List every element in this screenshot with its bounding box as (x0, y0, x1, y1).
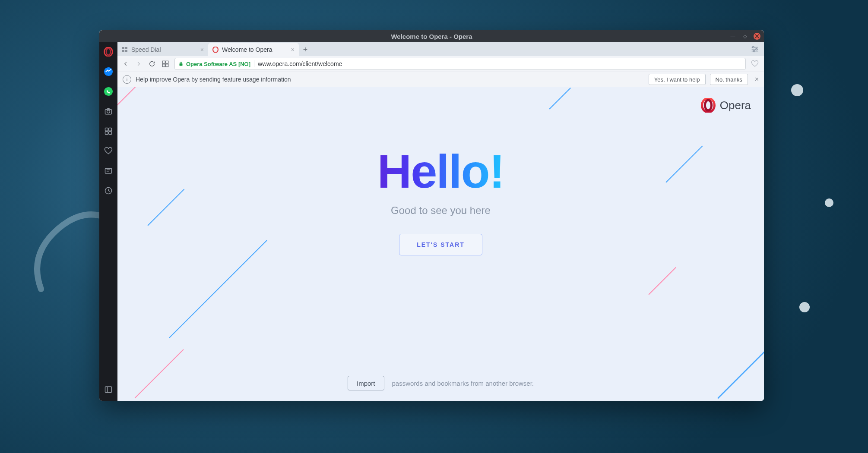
opera-logo-icon (701, 98, 716, 113)
window-titlebar[interactable]: Welcome to Opera - Opera — ◇ (99, 30, 764, 42)
extensions-icon[interactable] (103, 126, 114, 136)
welcome-subtitle: Good to see you here (391, 204, 491, 217)
svg-point-3 (104, 87, 113, 96)
bookmark-heart-icon[interactable] (751, 60, 759, 68)
import-description: passwords and bookmarks from another bro… (392, 380, 534, 387)
messenger-icon[interactable] (103, 66, 114, 77)
svg-rect-14 (125, 47, 127, 49)
svg-rect-16 (125, 50, 127, 52)
forward-button[interactable] (136, 61, 143, 67)
svg-rect-8 (105, 132, 108, 135)
accent-line (134, 349, 184, 399)
lock-icon (178, 61, 184, 67)
accent-line (117, 87, 176, 114)
security-badge[interactable]: Opera Software AS [NO] (178, 61, 250, 67)
svg-point-18 (753, 47, 754, 48)
browser-window: Welcome to Opera - Opera — ◇ (99, 30, 764, 401)
window-maximize-button[interactable]: ◇ (741, 33, 748, 40)
infobar-decline-button[interactable]: No, thanks (710, 74, 748, 85)
accent-line (648, 267, 676, 295)
svg-point-20 (753, 50, 755, 52)
reload-button[interactable] (149, 60, 156, 67)
svg-rect-13 (122, 47, 124, 49)
personal-news-icon[interactable] (103, 166, 114, 176)
divider (254, 60, 254, 67)
window-minimize-button[interactable]: — (729, 33, 736, 40)
snapshot-icon[interactable] (103, 106, 114, 116)
svg-rect-7 (109, 128, 112, 131)
window-controls: — ◇ (729, 30, 760, 42)
home-button[interactable] (162, 60, 169, 68)
address-bar: Opera Software AS [NO] www.opera.com/cli… (117, 56, 764, 72)
infobar-accept-button[interactable]: Yes, I want to help (649, 74, 706, 85)
svg-rect-23 (162, 64, 165, 67)
wallpaper-dot (825, 198, 833, 207)
svg-point-19 (756, 48, 757, 50)
svg-rect-15 (122, 50, 124, 52)
svg-rect-25 (180, 63, 183, 66)
browser-main: Speed Dial × Welcome to Opera × + (117, 42, 764, 401)
svg-rect-9 (109, 132, 112, 135)
tab-label: Welcome to Opera (222, 46, 272, 53)
back-button[interactable] (123, 61, 130, 67)
import-row: Import passwords and bookmarks from anot… (117, 376, 764, 390)
opera-brand: Opera (701, 98, 751, 113)
easy-setup-icon[interactable] (750, 44, 760, 54)
opera-brand-label: Opera (720, 99, 751, 112)
import-button[interactable]: Import (348, 376, 384, 390)
bookmarks-heart-icon[interactable] (103, 146, 114, 156)
whatsapp-icon[interactable] (103, 86, 114, 97)
tab-strip: Speed Dial × Welcome to Opera × + (117, 42, 764, 56)
new-tab-button[interactable]: + (299, 43, 312, 56)
tab-close-icon[interactable]: × (200, 46, 204, 53)
desktop-wallpaper: Welcome to Opera - Opera — ◇ (0, 0, 868, 453)
cert-label: Opera Software AS [NO] (186, 61, 250, 67)
tab-label: Speed Dial (131, 46, 161, 53)
svg-point-2 (104, 67, 113, 76)
infobar-close-icon[interactable]: × (755, 76, 759, 83)
wallpaper-dot (799, 302, 810, 312)
svg-rect-10 (105, 168, 112, 173)
tab-welcome[interactable]: Welcome to Opera × (208, 43, 299, 56)
svg-rect-6 (105, 128, 108, 131)
wallpaper-dot (791, 84, 803, 96)
svg-rect-12 (105, 387, 112, 392)
svg-point-5 (107, 110, 110, 113)
welcome-center: Hello! Good to see you here LET'S START (117, 148, 764, 255)
sidebar-toggle-icon[interactable] (103, 384, 114, 395)
hello-heading: Hello! (377, 148, 504, 195)
svg-point-27 (705, 100, 711, 110)
welcome-page: Opera Hello! Good to see you here LET'S … (117, 87, 764, 401)
window-close-button[interactable] (754, 33, 760, 40)
opera-logo-icon[interactable] (103, 47, 114, 57)
info-bar: i Help improve Opera by sending feature … (117, 72, 764, 87)
svg-rect-21 (162, 61, 165, 63)
info-message: Help improve Opera by sending feature us… (136, 76, 291, 83)
opera-favicon-icon (212, 47, 219, 53)
svg-rect-22 (166, 61, 168, 63)
opera-sidebar (99, 42, 117, 401)
svg-point-1 (106, 48, 111, 55)
window-title: Welcome to Opera - Opera (391, 33, 472, 40)
tab-close-icon[interactable]: × (291, 46, 295, 53)
svg-rect-24 (166, 64, 168, 67)
tab-speed-dial[interactable]: Speed Dial × (117, 43, 208, 56)
url-text: www.opera.com/client/welcome (258, 60, 342, 67)
history-icon[interactable] (103, 186, 114, 196)
url-field[interactable]: Opera Software AS [NO] www.opera.com/cli… (174, 58, 746, 70)
lets-start-button[interactable]: LET'S START (399, 234, 482, 255)
svg-point-17 (213, 47, 218, 52)
accent-line (549, 88, 571, 110)
speed-dial-icon (122, 47, 128, 53)
info-icon: i (123, 75, 131, 84)
